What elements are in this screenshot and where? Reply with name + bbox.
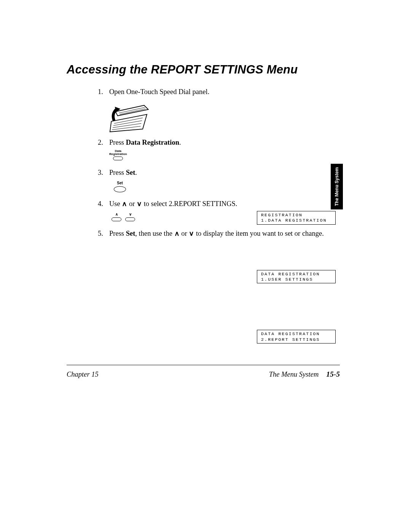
step-5-bold: Set xyxy=(126,230,135,237)
step-5: Press Set, then use the ∧ or ∨ to displa… xyxy=(109,229,340,238)
lcd2-line2: 1.USER SETTINGS xyxy=(261,277,313,282)
step-2: Press Data Registration. Data Registrati… xyxy=(109,138,340,160)
data-registration-label: Data Registration xyxy=(109,150,127,156)
lcd3-line2: 2.REPORT SETTINGS xyxy=(261,337,320,342)
caret-up-icon-2: ∧ xyxy=(174,230,180,238)
up-button: ∧ xyxy=(112,212,121,221)
footer-page: 15-5 xyxy=(326,370,340,379)
step-5-prefix: Press xyxy=(109,230,126,237)
step-2-bold: Data Registration xyxy=(126,139,179,146)
section-tab: The Menu System xyxy=(331,164,343,209)
step-2-prefix: Press xyxy=(109,139,126,146)
step-4-text: Use ∧ or ∨ to select 2.REPORT SETTINGS. xyxy=(109,199,340,209)
up-button-label: ∧ xyxy=(115,212,118,217)
down-button-label: ∨ xyxy=(129,212,132,217)
step-4-prefix: Use xyxy=(109,200,122,208)
set-button-label: Set xyxy=(117,181,123,186)
arrow-buttons-illustration: ∧ ∨ xyxy=(112,212,135,221)
caret-down-icon-2: ∨ xyxy=(189,230,194,238)
footer: Chapter 15 The Menu System 15-5 xyxy=(67,370,340,379)
footer-chapter: Chapter 15 xyxy=(67,371,99,379)
set-button-illustration: Set xyxy=(114,181,126,193)
step-4-suffix: to select 2.REPORT SETTINGS. xyxy=(142,200,237,208)
step-3-prefix: Press xyxy=(109,169,126,176)
step-1: Open One-Touch Speed Dial panel. xyxy=(109,87,340,133)
step-3: Press Set. Set DATA REGISTRATION 1.USER … xyxy=(109,168,340,192)
lcd-display-3: DATA REGISTRATION 2.REPORT SETTINGS xyxy=(257,330,336,343)
footer-section: The Menu System xyxy=(269,371,319,379)
page-title: Accessing the REPORT SETTINGS Menu xyxy=(67,63,340,77)
step-3-text: Press Set. xyxy=(109,168,340,177)
step-3-suffix: . xyxy=(135,169,137,176)
speed-dial-panel-illustration xyxy=(109,99,151,133)
data-registration-button-icon xyxy=(113,157,123,160)
data-registration-button-illustration: Data Registration xyxy=(109,150,127,160)
step-5-text: Press Set, then use the ∧ or ∨ to displa… xyxy=(109,229,340,238)
lcd-display-2: DATA REGISTRATION 1.USER SETTINGS xyxy=(257,270,336,284)
down-button-icon xyxy=(125,217,135,221)
step-5-mid2: or xyxy=(180,230,189,237)
step-1-text: Open One-Touch Speed Dial panel. xyxy=(109,87,340,97)
lcd2-line1: DATA REGISTRATION xyxy=(261,272,320,276)
down-button: ∨ xyxy=(125,212,135,221)
step-2-suffix: . xyxy=(179,139,181,146)
set-button-icon xyxy=(114,186,126,192)
steps-list: Open One-Touch Speed Dial panel. xyxy=(67,87,340,238)
step-4-mid: or xyxy=(127,200,137,208)
step-4: Use ∧ or ∨ to select 2.REPORT SETTINGS. … xyxy=(109,199,340,221)
footer-rule xyxy=(67,365,340,365)
step-2-text: Press Data Registration. xyxy=(109,138,340,147)
panel-icon xyxy=(109,99,151,133)
page: Accessing the REPORT SETTINGS Menu Open … xyxy=(0,0,411,532)
step-3-bold: Set xyxy=(126,169,135,176)
lcd3-line1: DATA REGISTRATION xyxy=(261,331,320,336)
footer-right: The Menu System 15-5 xyxy=(269,370,340,379)
caret-up-icon: ∧ xyxy=(122,200,127,208)
step-5-suffix: to display the item you want to set or c… xyxy=(194,230,324,237)
section-tab-label: The Menu System xyxy=(334,167,339,206)
up-button-icon xyxy=(112,217,121,221)
step-5-mid1: , then use the xyxy=(135,230,174,237)
caret-down-icon: ∨ xyxy=(137,200,142,208)
